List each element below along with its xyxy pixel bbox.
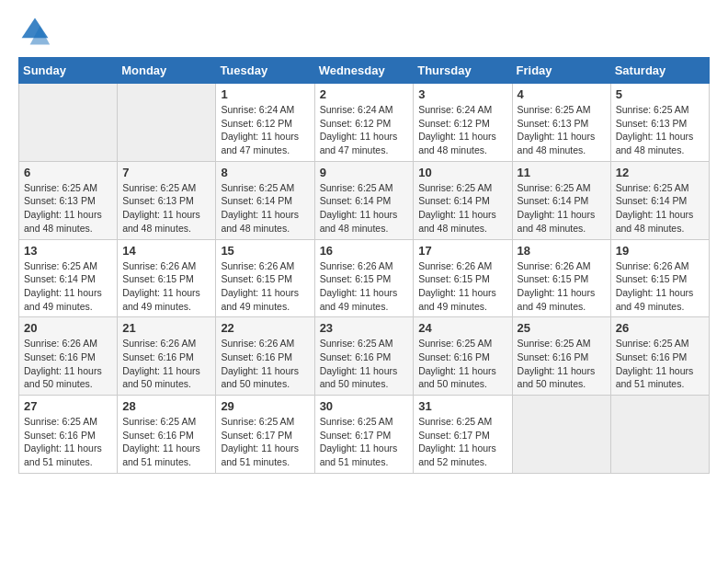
day-info: Sunrise: 6:25 AM Sunset: 6:17 PM Dayligh… [320, 415, 409, 469]
day-info: Sunrise: 6:25 AM Sunset: 6:16 PM Dayligh… [122, 415, 210, 469]
calendar-cell: 2Sunrise: 6:24 AM Sunset: 6:12 PM Daylig… [314, 84, 414, 162]
day-info: Sunrise: 6:26 AM Sunset: 6:16 PM Dayligh… [221, 337, 309, 391]
day-info: Sunrise: 6:25 AM Sunset: 6:16 PM Dayligh… [24, 415, 112, 469]
logo-icon [18, 15, 51, 48]
day-info: Sunrise: 6:25 AM Sunset: 6:14 PM Dayligh… [221, 181, 309, 236]
day-number: 3 [418, 87, 506, 101]
day-info: Sunrise: 6:25 AM Sunset: 6:17 PM Dayligh… [221, 415, 309, 469]
calendar-cell [19, 84, 118, 162]
calendar-cell: 10Sunrise: 6:25 AM Sunset: 6:14 PM Dayli… [414, 161, 512, 239]
day-number: 26 [616, 321, 704, 335]
calendar-table: SundayMondayTuesdayWednesdayThursdayFrid… [18, 57, 710, 474]
calendar-cell: 11Sunrise: 6:25 AM Sunset: 6:14 PM Dayli… [512, 161, 610, 239]
day-info: Sunrise: 6:24 AM Sunset: 6:12 PM Dayligh… [418, 103, 506, 157]
calendar-cell: 22Sunrise: 6:26 AM Sunset: 6:16 PM Dayli… [216, 317, 314, 396]
day-number: 6 [24, 166, 112, 179]
day-number: 27 [24, 399, 112, 413]
calendar-cell: 3Sunrise: 6:24 AM Sunset: 6:12 PM Daylig… [414, 84, 512, 162]
calendar-week-4: 20Sunrise: 6:26 AM Sunset: 6:16 PM Dayli… [19, 317, 710, 396]
day-number: 23 [320, 321, 409, 335]
day-number: 13 [24, 244, 112, 258]
calendar-week-5: 27Sunrise: 6:25 AM Sunset: 6:16 PM Dayli… [19, 396, 710, 474]
day-number: 7 [122, 166, 210, 179]
day-info: Sunrise: 6:25 AM Sunset: 6:16 PM Dayligh… [320, 337, 409, 391]
calendar-header-row: SundayMondayTuesdayWednesdayThursdayFrid… [19, 58, 710, 84]
day-info: Sunrise: 6:25 AM Sunset: 6:16 PM Dayligh… [418, 337, 506, 391]
calendar-cell: 7Sunrise: 6:25 AM Sunset: 6:13 PM Daylig… [118, 161, 216, 239]
day-info: Sunrise: 6:25 AM Sunset: 6:14 PM Dayligh… [320, 181, 409, 236]
day-info: Sunrise: 6:26 AM Sunset: 6:15 PM Dayligh… [221, 259, 309, 314]
day-number: 15 [221, 244, 309, 258]
calendar-cell: 19Sunrise: 6:26 AM Sunset: 6:15 PM Dayli… [610, 239, 709, 317]
calendar-cell: 24Sunrise: 6:25 AM Sunset: 6:16 PM Dayli… [414, 317, 512, 396]
calendar-cell: 9Sunrise: 6:25 AM Sunset: 6:14 PM Daylig… [314, 161, 414, 239]
day-number: 5 [616, 87, 704, 101]
calendar-cell: 12Sunrise: 6:25 AM Sunset: 6:14 PM Dayli… [610, 161, 709, 239]
day-info: Sunrise: 6:26 AM Sunset: 6:16 PM Dayligh… [122, 337, 210, 391]
calendar-cell: 23Sunrise: 6:25 AM Sunset: 6:16 PM Dayli… [314, 317, 414, 396]
header-sunday: Sunday [19, 58, 118, 84]
calendar-cell: 5Sunrise: 6:25 AM Sunset: 6:13 PM Daylig… [610, 84, 709, 162]
calendar-cell: 29Sunrise: 6:25 AM Sunset: 6:17 PM Dayli… [216, 396, 314, 474]
calendar-week-3: 13Sunrise: 6:25 AM Sunset: 6:14 PM Dayli… [19, 239, 710, 317]
calendar-cell [610, 396, 709, 474]
calendar-cell: 31Sunrise: 6:25 AM Sunset: 6:17 PM Dayli… [414, 396, 512, 474]
day-info: Sunrise: 6:24 AM Sunset: 6:12 PM Dayligh… [221, 103, 309, 157]
day-number: 2 [320, 87, 409, 101]
day-number: 20 [24, 321, 112, 335]
calendar-cell: 17Sunrise: 6:26 AM Sunset: 6:15 PM Dayli… [414, 239, 512, 317]
calendar-cell: 30Sunrise: 6:25 AM Sunset: 6:17 PM Dayli… [314, 396, 414, 474]
calendar-cell: 26Sunrise: 6:25 AM Sunset: 6:16 PM Dayli… [610, 317, 709, 396]
calendar-cell: 27Sunrise: 6:25 AM Sunset: 6:16 PM Dayli… [19, 396, 118, 474]
day-number: 28 [122, 399, 210, 413]
day-number: 31 [418, 399, 506, 413]
calendar-cell [118, 84, 216, 162]
day-info: Sunrise: 6:26 AM Sunset: 6:15 PM Dayligh… [122, 259, 210, 314]
calendar-cell: 13Sunrise: 6:25 AM Sunset: 6:14 PM Dayli… [19, 239, 118, 317]
day-number: 10 [418, 166, 506, 179]
header-thursday: Thursday [414, 58, 512, 84]
day-number: 8 [221, 166, 309, 179]
calendar-cell: 18Sunrise: 6:26 AM Sunset: 6:15 PM Dayli… [512, 239, 610, 317]
day-info: Sunrise: 6:26 AM Sunset: 6:16 PM Dayligh… [24, 337, 112, 391]
calendar-cell: 20Sunrise: 6:26 AM Sunset: 6:16 PM Dayli… [19, 317, 118, 396]
day-info: Sunrise: 6:25 AM Sunset: 6:14 PM Dayligh… [24, 259, 112, 314]
day-info: Sunrise: 6:26 AM Sunset: 6:15 PM Dayligh… [418, 259, 506, 314]
page-header [18, 15, 710, 48]
calendar-cell: 1Sunrise: 6:24 AM Sunset: 6:12 PM Daylig… [216, 84, 314, 162]
day-number: 1 [221, 87, 309, 101]
day-info: Sunrise: 6:25 AM Sunset: 6:16 PM Dayligh… [616, 337, 704, 391]
day-info: Sunrise: 6:25 AM Sunset: 6:17 PM Dayligh… [418, 415, 506, 469]
calendar-cell: 28Sunrise: 6:25 AM Sunset: 6:16 PM Dayli… [118, 396, 216, 474]
day-number: 16 [320, 244, 409, 258]
day-number: 17 [418, 244, 506, 258]
day-info: Sunrise: 6:25 AM Sunset: 6:13 PM Dayligh… [24, 181, 112, 236]
header-friday: Friday [512, 58, 610, 84]
calendar-cell: 25Sunrise: 6:25 AM Sunset: 6:16 PM Dayli… [512, 317, 610, 396]
logo [18, 15, 57, 48]
day-number: 12 [616, 166, 704, 179]
day-number: 11 [518, 166, 606, 179]
day-info: Sunrise: 6:26 AM Sunset: 6:15 PM Dayligh… [518, 259, 606, 314]
day-info: Sunrise: 6:25 AM Sunset: 6:13 PM Dayligh… [616, 103, 704, 157]
day-number: 25 [518, 321, 606, 335]
day-info: Sunrise: 6:25 AM Sunset: 6:14 PM Dayligh… [518, 181, 606, 236]
calendar-cell: 16Sunrise: 6:26 AM Sunset: 6:15 PM Dayli… [314, 239, 414, 317]
day-number: 14 [122, 244, 210, 258]
header-wednesday: Wednesday [314, 58, 414, 84]
day-info: Sunrise: 6:25 AM Sunset: 6:13 PM Dayligh… [122, 181, 210, 236]
header-saturday: Saturday [610, 58, 709, 84]
header-monday: Monday [118, 58, 216, 84]
day-info: Sunrise: 6:24 AM Sunset: 6:12 PM Dayligh… [320, 103, 409, 157]
day-info: Sunrise: 6:25 AM Sunset: 6:14 PM Dayligh… [418, 181, 506, 236]
header-tuesday: Tuesday [216, 58, 314, 84]
calendar-cell [512, 396, 610, 474]
calendar-week-2: 6Sunrise: 6:25 AM Sunset: 6:13 PM Daylig… [19, 161, 710, 239]
day-number: 22 [221, 321, 309, 335]
calendar-cell: 15Sunrise: 6:26 AM Sunset: 6:15 PM Dayli… [216, 239, 314, 317]
day-number: 9 [320, 166, 409, 179]
day-info: Sunrise: 6:26 AM Sunset: 6:15 PM Dayligh… [320, 259, 409, 314]
day-info: Sunrise: 6:25 AM Sunset: 6:13 PM Dayligh… [518, 103, 606, 157]
day-number: 4 [518, 87, 606, 101]
calendar-cell: 8Sunrise: 6:25 AM Sunset: 6:14 PM Daylig… [216, 161, 314, 239]
